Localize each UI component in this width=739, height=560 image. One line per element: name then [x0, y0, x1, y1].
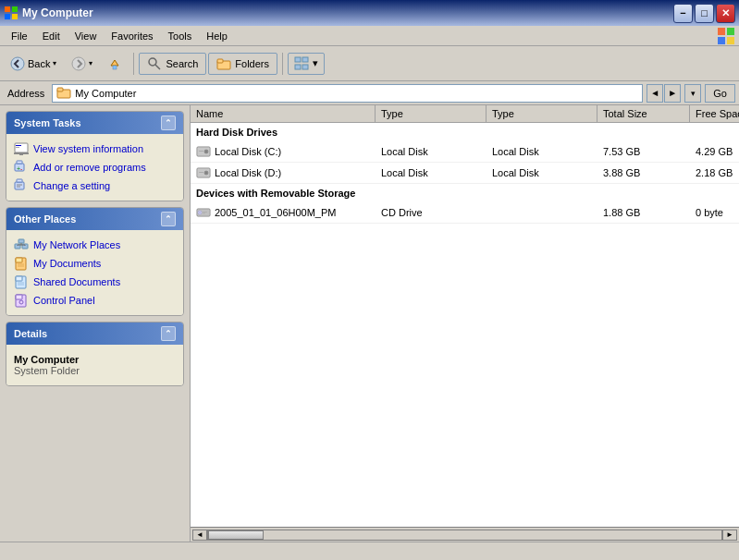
file-cell-total: 7.53 GB — [597, 141, 690, 162]
address-bar: Address ◄ ► ▾ Go — [0, 81, 739, 105]
menu-bar: File Edit View Favorites Tools Help — [0, 26, 739, 46]
views-icon — [294, 56, 311, 71]
svg-rect-50 — [16, 295, 22, 299]
svg-rect-22 — [14, 152, 29, 154]
control-panel-label: Control Panel — [33, 295, 95, 306]
svg-rect-4 — [718, 28, 725, 35]
back-button[interactable]: Back ▾ — [4, 53, 63, 75]
folders-button[interactable]: Folders — [208, 53, 277, 75]
horizontal-scrollbar[interactable]: ◄ ► — [191, 527, 739, 542]
add-remove-label: Add or remove programs — [33, 162, 146, 173]
forward-button[interactable]: ▾ — [65, 53, 99, 75]
svg-rect-1 — [12, 6, 18, 12]
minimize-button[interactable]: − — [673, 4, 693, 23]
file-cell-type2: Local Disk — [487, 141, 597, 162]
details-panel: Details ⌃ My Computer System Folder — [6, 322, 184, 386]
address-right-arrow[interactable]: ► — [664, 84, 681, 103]
svg-rect-17 — [295, 65, 301, 69]
view-system-info-label: View system information — [33, 143, 143, 154]
file-cell-type2 — [487, 202, 597, 223]
control-panel-item[interactable]: Control Panel — [10, 291, 179, 310]
other-places-title: Other Places — [14, 213, 76, 225]
svg-rect-5 — [727, 28, 734, 35]
address-input[interactable] — [75, 88, 638, 99]
svg-rect-0 — [5, 6, 10, 12]
my-network-places-label: My Network Places — [33, 239, 120, 250]
svg-rect-3 — [12, 14, 18, 19]
details-collapse[interactable]: ⌃ — [161, 326, 176, 341]
menu-help[interactable]: Help — [199, 29, 235, 43]
shared-documents-item[interactable]: Shared Documents — [10, 273, 179, 291]
change-setting-item[interactable]: Change a setting — [10, 177, 179, 195]
file-cell-type1: CD Drive — [376, 202, 487, 223]
svg-point-8 — [11, 57, 24, 70]
network-places-icon — [14, 237, 29, 252]
svg-rect-67 — [203, 213, 205, 214]
scroll-thumb[interactable] — [208, 530, 264, 540]
window-title: My Computer — [22, 6, 673, 19]
svg-rect-20 — [57, 88, 63, 91]
address-dropdown[interactable]: ▾ — [684, 84, 701, 103]
scroll-right-btn[interactable]: ► — [722, 530, 737, 541]
my-documents-item[interactable]: My Documents — [10, 254, 179, 273]
svg-rect-56 — [199, 151, 203, 152]
back-dropdown-icon: ▾ — [53, 59, 56, 67]
menu-tools[interactable]: Tools — [161, 29, 200, 43]
details-content: My Computer System Folder — [10, 350, 179, 380]
col-free[interactable]: Free Space — [690, 105, 739, 122]
shared-documents-icon — [14, 274, 29, 289]
col-total[interactable]: Total Size — [597, 105, 690, 122]
other-places-collapse[interactable]: ⌃ — [161, 212, 176, 226]
maximize-button[interactable]: □ — [695, 4, 714, 23]
file-list-header: Name Type Type Total Size Free Space — [191, 105, 739, 123]
table-row[interactable]: 2005_01_01_06H00M_PM CD Drive 1.88 GB 0 … — [191, 202, 739, 224]
svg-rect-61 — [199, 172, 203, 173]
menu-edit[interactable]: Edit — [35, 29, 68, 43]
other-places-header[interactable]: Other Places ⌃ — [6, 208, 183, 230]
svg-rect-10 — [113, 66, 117, 69]
file-cell-type1: Local Disk — [376, 163, 487, 183]
system-tasks-body: View system information + - Add or remov… — [6, 134, 183, 201]
forward-dropdown-icon: ▾ — [89, 59, 92, 67]
address-label: Address — [4, 88, 48, 99]
menu-file[interactable]: File — [4, 29, 35, 43]
table-row[interactable]: Local Disk (C:) Local Disk Local Disk 7.… — [191, 141, 739, 163]
scroll-left-btn[interactable]: ◄ — [192, 530, 207, 541]
views-button[interactable]: ▾ — [288, 53, 325, 75]
my-documents-icon — [14, 256, 29, 271]
svg-rect-42 — [16, 258, 22, 262]
svg-rect-6 — [718, 37, 725, 44]
up-button[interactable] — [101, 53, 129, 75]
menu-view[interactable]: View — [68, 29, 105, 43]
svg-rect-30 — [15, 182, 24, 189]
details-title: Details — [14, 328, 47, 339]
table-row[interactable]: Local Disk (D:) Local Disk Local Disk 3.… — [191, 163, 739, 184]
system-tasks-header[interactable]: System Tasks ⌃ — [6, 112, 183, 134]
close-button[interactable]: ✕ — [716, 4, 735, 23]
file-list-empty-space — [191, 224, 739, 527]
system-tasks-collapse[interactable]: ⌃ — [161, 116, 176, 130]
svg-rect-24 — [16, 145, 21, 146]
change-setting-icon — [14, 178, 29, 193]
menu-favorites[interactable]: Favorites — [104, 29, 160, 43]
file-cell-name: Local Disk (D:) — [191, 163, 376, 183]
other-places-body: My Network Places My Documents — [6, 230, 183, 315]
search-button[interactable]: Search — [139, 53, 206, 75]
col-type1[interactable]: Type — [376, 105, 487, 122]
removable-section-header: Devices with Removable Storage — [191, 184, 739, 202]
my-network-places-item[interactable]: My Network Places — [10, 236, 179, 254]
details-header[interactable]: Details ⌃ — [6, 323, 183, 345]
address-left-arrow[interactable]: ◄ — [647, 84, 663, 103]
views-dropdown-icon: ▾ — [313, 57, 318, 69]
system-tasks-title: System Tasks — [14, 117, 81, 128]
back-label: Back — [28, 58, 50, 69]
address-go-button[interactable]: Go — [705, 84, 735, 103]
window-icon — [4, 6, 18, 20]
scroll-track[interactable] — [207, 530, 722, 541]
view-system-info-item[interactable]: View system information — [10, 140, 179, 158]
col-type2[interactable]: Type — [487, 105, 597, 122]
add-remove-programs-item[interactable]: + - Add or remove programs — [10, 158, 179, 177]
search-label: Search — [166, 58, 198, 69]
svg-point-11 — [149, 58, 156, 66]
col-name[interactable]: Name — [191, 105, 376, 122]
